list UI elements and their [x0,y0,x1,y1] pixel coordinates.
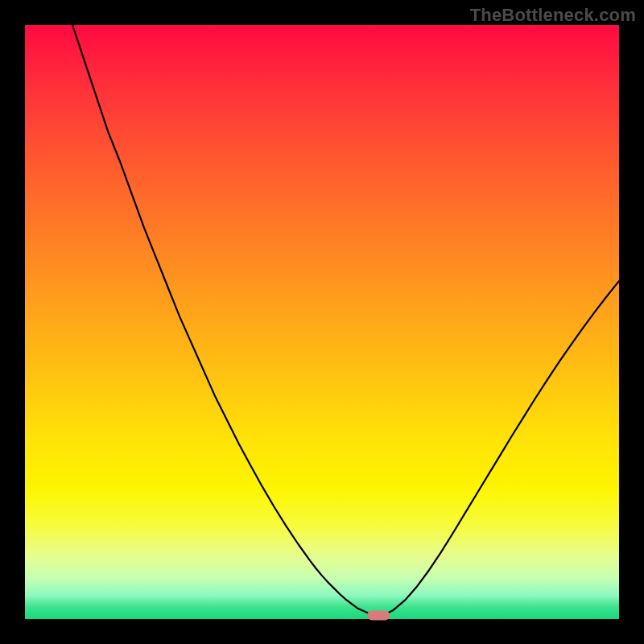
minimum-marker [367,611,390,621]
chart-frame: TheBottleneck.com [0,0,644,644]
watermark-text: TheBottleneck.com [470,5,636,26]
curve-svg [25,25,619,619]
plot-area [25,25,619,619]
bottleneck-curve [72,25,619,616]
